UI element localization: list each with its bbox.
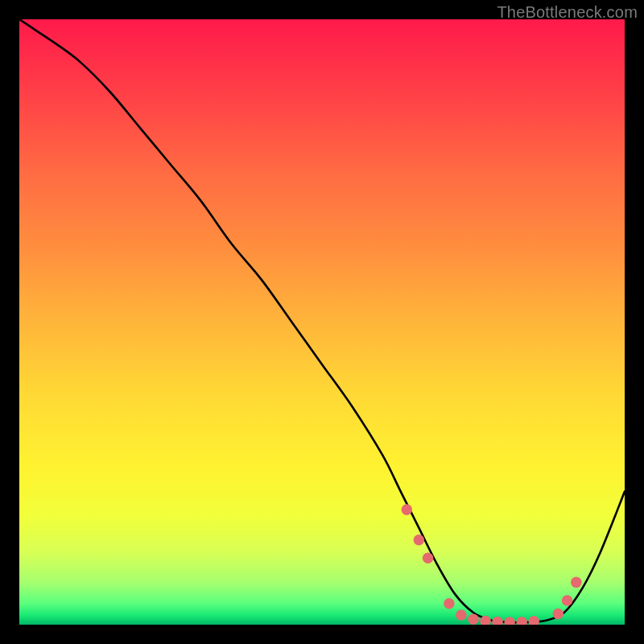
marker-dot [553, 609, 564, 620]
curve-layer [19, 19, 625, 625]
marker-dot [444, 598, 455, 609]
chart-container: TheBottleneck.com [0, 0, 644, 644]
marker-dot [492, 617, 503, 625]
marker-dot [571, 577, 582, 588]
marker-dot [504, 617, 515, 625]
marker-dot [423, 553, 434, 564]
marker-dot [468, 613, 479, 625]
curve-path [19, 19, 625, 622]
plot-area [19, 19, 625, 625]
marker-dot [402, 504, 413, 515]
watermark-text: TheBottleneck.com [497, 3, 638, 22]
marker-dot [414, 535, 425, 546]
marker-dot [528, 616, 539, 625]
marker-group [402, 504, 582, 625]
marker-dot [516, 617, 527, 625]
marker-dot [562, 595, 573, 606]
marker-dot [456, 609, 467, 621]
